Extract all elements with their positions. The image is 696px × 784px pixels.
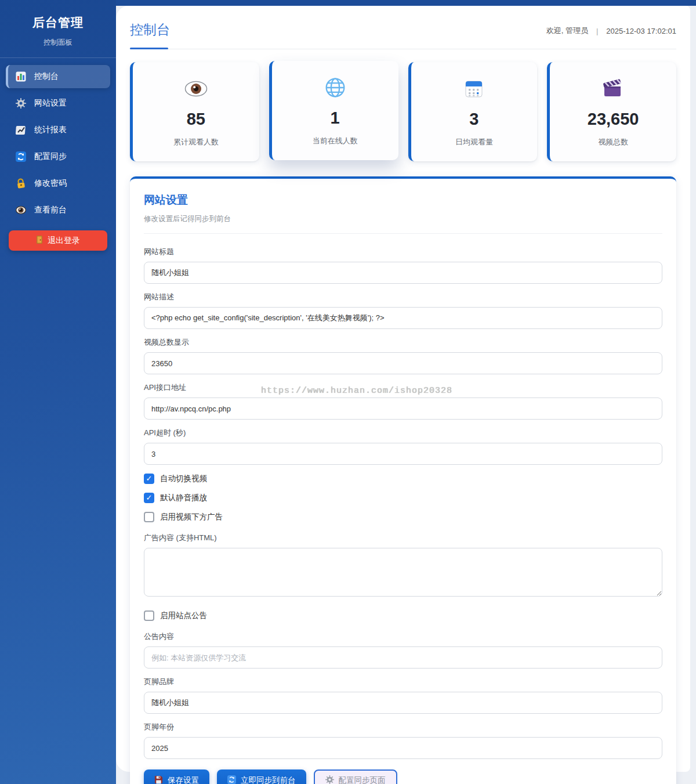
floppy-icon (154, 775, 163, 784)
checkbox-label: 启用视频下方广告 (160, 512, 223, 522)
checkbox-box[interactable] (144, 512, 154, 522)
stat-label: 累计观看人数 (137, 137, 255, 147)
stat-card-online-users: 1 当前在线人数 (269, 61, 398, 160)
clapper-icon (554, 76, 672, 102)
gear-icon (325, 775, 334, 784)
checkbox-enable-notice[interactable]: 启用站点公告 (144, 610, 662, 621)
stat-value: 23,650 (554, 110, 672, 129)
sync-icon (15, 151, 27, 162)
header-meta: 欢迎, 管理员 | 2025-12-03 17:02:01 (546, 26, 676, 36)
sidebar-item-label: 控制台 (34, 71, 59, 82)
field-label: 页脚年份 (144, 722, 662, 732)
header-underline (130, 49, 676, 49)
api-timeout-input[interactable] (144, 443, 662, 465)
line-chart-icon (15, 124, 27, 136)
checkbox-default-mute[interactable]: 默认静音播放 (144, 493, 662, 503)
door-icon (36, 235, 43, 246)
button-label: 保存设置 (168, 775, 199, 784)
checkbox-box[interactable] (144, 474, 154, 484)
site-title-input[interactable] (144, 262, 662, 284)
field-notice-content: 公告内容 (144, 631, 662, 669)
button-label: 立即同步到前台 (241, 775, 296, 784)
sync-now-button[interactable]: 立即同步到前台 (217, 769, 306, 784)
sidebar-item-dashboard[interactable]: 控制台 (6, 65, 110, 88)
app-title: 后台管理 (0, 0, 116, 31)
sidebar-item-label: 修改密码 (34, 178, 67, 189)
field-footer-year: 页脚年份 (144, 722, 662, 759)
video-total-input[interactable] (144, 352, 662, 374)
lock-icon (15, 178, 27, 189)
field-label: API超时 (秒) (144, 428, 662, 438)
sidebar-item-view-frontend[interactable]: 查看前台 (6, 198, 110, 222)
gear-icon (15, 97, 27, 109)
field-site-description: 网站描述 (144, 292, 662, 329)
sidebar-item-label: 配置同步 (34, 151, 67, 162)
stat-value: 1 (277, 109, 394, 128)
stat-card-total-videos: 23,650 视频总数 (547, 62, 676, 161)
sync-icon (227, 775, 236, 784)
field-label: 视频总数显示 (144, 337, 662, 348)
sidebar-item-label: 统计报表 (34, 125, 67, 135)
form-buttons: 保存设置 立即同步到前台 配置同步页面 (144, 769, 662, 784)
logout-label: 退出登录 (48, 236, 80, 246)
panel-subtitle: 修改设置后记得同步到前台 (144, 214, 662, 224)
sidebar-item-change-password[interactable]: 修改密码 (6, 172, 110, 195)
calendar-icon (416, 76, 533, 102)
checkbox-label: 启用站点公告 (160, 610, 207, 621)
checkbox-enable-ad[interactable]: 启用视频下方广告 (144, 512, 662, 522)
eye-icon (15, 204, 27, 216)
field-label: 页脚品牌 (144, 677, 662, 687)
stat-label: 当前在线人数 (277, 136, 394, 146)
field-video-total: 视频总数显示 (144, 337, 662, 374)
eye-icon (137, 76, 255, 102)
config-sync-page-button[interactable]: 配置同步页面 (314, 769, 397, 784)
stat-label: 视频总数 (554, 137, 672, 147)
field-site-title: 网站标题 (144, 247, 662, 284)
stat-value: 85 (137, 110, 255, 129)
field-api-timeout: API超时 (秒) (144, 428, 662, 465)
field-api-url: API接口地址 (144, 382, 662, 420)
checkbox-box[interactable] (144, 610, 154, 621)
footer-year-input[interactable] (144, 737, 662, 759)
datetime-text: 2025-12-03 17:02:01 (606, 27, 676, 35)
footer-brand-input[interactable] (144, 692, 662, 714)
sidebar-item-label: 网站设置 (34, 98, 67, 109)
panel-title: 网站设置 (144, 193, 662, 208)
sidebar-item-label: 查看前台 (34, 205, 67, 215)
checkbox-label: 默认静音播放 (160, 493, 207, 503)
stat-card-total-viewers: 85 累计观看人数 (130, 62, 259, 161)
notice-content-input[interactable] (144, 646, 662, 669)
sidebar-item-config-sync[interactable]: 配置同步 (6, 145, 110, 168)
stat-value: 3 (416, 110, 533, 129)
panel-divider (144, 233, 662, 234)
welcome-text: 欢迎, 管理员 (546, 26, 588, 36)
stat-label: 日均观看量 (416, 137, 533, 147)
globe-icon (277, 75, 394, 100)
field-label: 广告内容 (支持HTML) (144, 533, 662, 543)
page-header: 控制台 欢迎, 管理员 | 2025-12-03 17:02:01 (130, 21, 686, 39)
site-settings-panel: 网站设置 修改设置后记得同步到前台 网站标题 网站描述 视频总数显示 API接口… (130, 176, 676, 784)
field-footer-brand: 页脚品牌 (144, 677, 662, 714)
checkbox-box[interactable] (144, 493, 154, 503)
header-separator: | (596, 27, 598, 35)
checkbox-label: 自动切换视频 (160, 474, 207, 484)
field-label: API接口地址 (144, 382, 662, 393)
main-content: 控制台 欢迎, 管理员 | 2025-12-03 17:02:01 85 累计观… (116, 6, 690, 772)
page-title: 控制台 (130, 21, 170, 39)
api-url-input[interactable] (144, 398, 662, 420)
site-description-input[interactable] (144, 307, 662, 329)
bar-chart-icon (15, 71, 27, 82)
checkbox-auto-switch-video[interactable]: 自动切换视频 (144, 474, 662, 484)
button-label: 配置同步页面 (339, 775, 386, 784)
stats-row: 85 累计观看人数 1 当前在线人数 3 日均观看量 23,650 视频总数 (130, 62, 676, 161)
field-label: 网站描述 (144, 292, 662, 302)
ad-content-textarea[interactable] (144, 548, 662, 597)
sidebar-item-site-settings[interactable]: 网站设置 (6, 92, 110, 115)
field-label: 网站标题 (144, 247, 662, 257)
save-settings-button[interactable]: 保存设置 (144, 769, 209, 784)
field-ad-content: 广告内容 (支持HTML) (144, 533, 662, 599)
sidebar-item-stats-report[interactable]: 统计报表 (6, 118, 110, 142)
sidebar: 后台管理 控制面板 控制台 网站设置 统计报表 配置同步 修改密码 (0, 0, 116, 784)
logout-button[interactable]: 退出登录 (9, 230, 107, 251)
sidebar-divider (0, 57, 116, 58)
